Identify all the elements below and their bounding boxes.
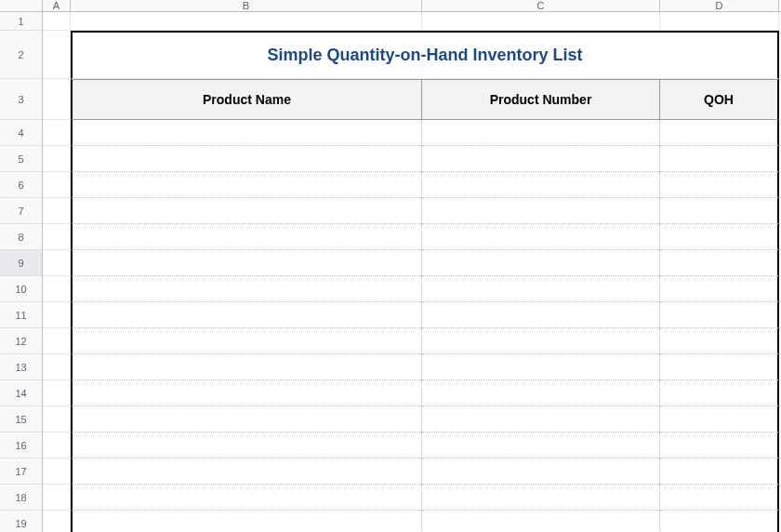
cell-a8[interactable] [43,224,71,250]
cell-b15[interactable] [71,406,422,432]
cell-b4[interactable] [71,120,422,146]
row-header-7[interactable]: 7 [0,198,43,224]
grid-row-8 [43,224,781,250]
cell-a18[interactable] [43,485,71,511]
cell-d1[interactable] [660,12,779,31]
cell-d4[interactable] [660,120,779,146]
row-header-1[interactable]: 1 [0,12,43,31]
cell-b9[interactable] [71,250,422,276]
cell-c13[interactable] [422,354,660,380]
cell-b10[interactable] [71,276,422,302]
row-header-18[interactable]: 18 [0,485,43,511]
header-qoh[interactable]: QOH [660,79,779,120]
row-header-8[interactable]: 8 [0,224,43,250]
cell-b19[interactable] [71,511,422,532]
cell-a11[interactable] [43,302,71,328]
cell-a4[interactable] [43,120,71,146]
cell-b18[interactable] [71,485,422,511]
cell-a3[interactable] [43,79,71,120]
cell-a6[interactable] [43,172,71,198]
row-header-11[interactable]: 11 [0,302,43,328]
header-product-number[interactable]: Product Number [422,79,660,120]
row-header-13[interactable]: 13 [0,354,43,380]
cell-c7[interactable] [422,198,660,224]
cell-a16[interactable] [43,432,71,459]
cell-b14[interactable] [71,380,422,406]
row-header-15[interactable]: 15 [0,406,43,432]
col-header-c[interactable]: C [422,0,660,11]
cell-a1[interactable] [43,12,71,31]
cell-d15[interactable] [660,406,779,432]
cell-c9[interactable] [422,250,660,276]
cell-a10[interactable] [43,276,71,302]
row-header-3[interactable]: 3 [0,79,43,120]
cell-b13[interactable] [71,354,422,380]
cell-a12[interactable] [43,328,71,354]
cell-c15[interactable] [422,406,660,432]
cell-d17[interactable] [660,459,779,485]
cell-a17[interactable] [43,459,71,485]
cell-b6[interactable] [71,172,422,198]
cell-c17[interactable] [422,459,660,485]
cell-d10[interactable] [660,276,779,302]
cell-d12[interactable] [660,328,779,354]
cell-d16[interactable] [660,432,779,459]
cell-a9[interactable] [43,250,71,276]
row-header-16[interactable]: 16 [0,432,43,459]
cell-a15[interactable] [43,406,71,432]
cell-b16[interactable] [71,432,422,459]
row-header-10[interactable]: 10 [0,276,43,302]
cell-c4[interactable] [422,120,660,146]
cell-d19[interactable] [660,511,779,532]
cell-c6[interactable] [422,172,660,198]
cell-c1[interactable] [422,12,660,31]
cell-b12[interactable] [71,328,422,354]
cell-d13[interactable] [660,354,779,380]
cell-c10[interactable] [422,276,660,302]
cell-a7[interactable] [43,198,71,224]
row-header-5[interactable]: 5 [0,146,43,172]
col-header-a[interactable]: A [43,0,71,11]
header-product-name[interactable]: Product Name [71,79,422,120]
cell-d14[interactable] [660,380,779,406]
cell-c12[interactable] [422,328,660,354]
cell-a13[interactable] [43,354,71,380]
title-cell[interactable]: Simple Quantity-on-Hand Inventory List [71,31,779,79]
cell-c19[interactable] [422,511,660,532]
cell-d11[interactable] [660,302,779,328]
cell-c18[interactable] [422,485,660,511]
cell-a19[interactable] [43,511,71,532]
cell-c11[interactable] [422,302,660,328]
grid-area[interactable]: Simple Quantity-on-Hand Inventory List P… [43,12,781,532]
cell-d9[interactable] [660,250,779,276]
cell-c14[interactable] [422,380,660,406]
col-header-b[interactable]: B [71,0,422,11]
row-header-9[interactable]: 9 [0,250,43,276]
cell-c5[interactable] [422,146,660,172]
row-header-2[interactable]: 2 [0,31,43,79]
cell-a14[interactable] [43,380,71,406]
cell-b5[interactable] [71,146,422,172]
cell-c16[interactable] [422,432,660,459]
cell-b1[interactable] [71,12,422,31]
col-header-d[interactable]: D [660,0,779,11]
corner-cell[interactable] [0,0,43,11]
row-header-17[interactable]: 17 [0,459,43,485]
cell-b8[interactable] [71,224,422,250]
cell-d7[interactable] [660,198,779,224]
cell-a5[interactable] [43,146,71,172]
cell-d8[interactable] [660,224,779,250]
cell-b11[interactable] [71,302,422,328]
cell-d18[interactable] [660,485,779,511]
row-header-14[interactable]: 14 [0,380,43,406]
row-header-12[interactable]: 12 [0,328,43,354]
cell-b7[interactable] [71,198,422,224]
cell-b17[interactable] [71,459,422,485]
cell-a2[interactable] [43,31,71,79]
row-header-4[interactable]: 4 [0,120,43,146]
cell-d6[interactable] [660,172,779,198]
row-header-19[interactable]: 19 [0,511,43,532]
row-header-6[interactable]: 6 [0,172,43,198]
cell-d5[interactable] [660,146,779,172]
cell-c8[interactable] [422,224,660,250]
